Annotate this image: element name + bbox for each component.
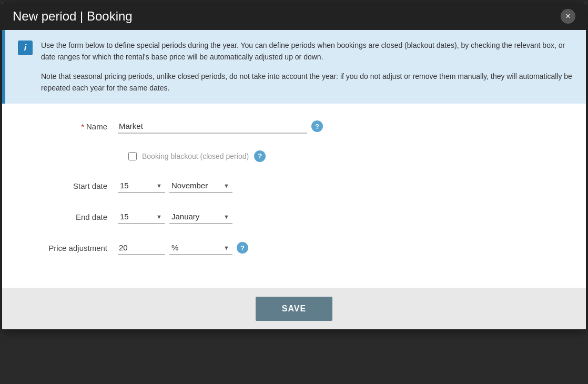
save-button[interactable]: SAVE [256, 297, 332, 321]
info-paragraph-1: Use the form below to define special per… [41, 39, 573, 63]
price-row: Price adjustment % flat ▼ ? [34, 241, 554, 255]
price-control-group: % flat ▼ ? [118, 241, 554, 255]
name-control-group: ? [118, 119, 554, 134]
start-month-wrapper: JanuaryFebruaryMarchApril MayJuneJulyAug… [169, 179, 232, 193]
close-button[interactable]: × [561, 9, 575, 24]
end-date-control-group: 12345 678910 1112131415 1617181920 21222… [118, 210, 554, 224]
blackout-label: Booking blackout (closed period) [142, 152, 249, 160]
blackout-help-icon[interactable]: ? [254, 150, 266, 162]
blackout-checkbox-group: Booking blackout (closed period) ? [128, 150, 266, 162]
start-date-control-group: 12345 678910 1112131415 1617181920 21222… [118, 179, 554, 193]
end-month-select[interactable]: JanuaryFebruaryMarchApril MayJuneJulyAug… [169, 210, 232, 224]
price-label: Price adjustment [34, 244, 118, 252]
name-label: *Name [34, 122, 118, 131]
start-day-select[interactable]: 12345 678910 1112131415 1617181920 21222… [118, 179, 165, 193]
modal-header: New period | Booking × [2, 3, 586, 30]
info-paragraph-2: Note that seasonal pricing periods, unli… [41, 70, 573, 94]
blackout-row: Booking blackout (closed period) ? [128, 150, 554, 162]
start-date-label: Start date [34, 181, 118, 190]
modal-overlay: New period | Booking × i Use the form be… [0, 0, 588, 384]
price-unit-wrapper: % flat ▼ [169, 241, 232, 255]
info-icon: i [18, 41, 33, 55]
price-input[interactable] [118, 241, 165, 255]
price-unit-select[interactable]: % flat [169, 241, 232, 255]
name-help-icon[interactable]: ? [311, 120, 323, 132]
info-banner: i Use the form below to define special p… [2, 30, 586, 104]
end-day-select[interactable]: 12345 678910 1112131415 1617181920 21222… [118, 210, 165, 224]
start-month-select[interactable]: JanuaryFebruaryMarchApril MayJuneJulyAug… [169, 179, 232, 193]
price-help-icon[interactable]: ? [237, 242, 248, 254]
required-star: * [81, 122, 84, 131]
start-date-row: Start date 12345 678910 1112131415 16171… [34, 179, 554, 193]
start-day-wrapper: 12345 678910 1112131415 1617181920 21222… [118, 179, 165, 193]
modal-footer: SAVE [2, 288, 586, 329]
modal: New period | Booking × i Use the form be… [2, 3, 586, 329]
end-date-label: End date [34, 213, 118, 221]
info-text: Use the form below to define special per… [41, 39, 573, 94]
form-body: *Name ? Booking blackout (closed period)… [2, 104, 586, 288]
name-input[interactable] [118, 119, 307, 134]
name-row: *Name ? [34, 119, 554, 134]
end-date-row: End date 12345 678910 1112131415 1617181… [34, 210, 554, 224]
end-month-wrapper: JanuaryFebruaryMarchApril MayJuneJulyAug… [169, 210, 232, 224]
modal-title: New period | Booking [13, 9, 133, 24]
end-day-wrapper: 12345 678910 1112131415 1617181920 21222… [118, 210, 165, 224]
blackout-checkbox[interactable] [128, 152, 137, 160]
